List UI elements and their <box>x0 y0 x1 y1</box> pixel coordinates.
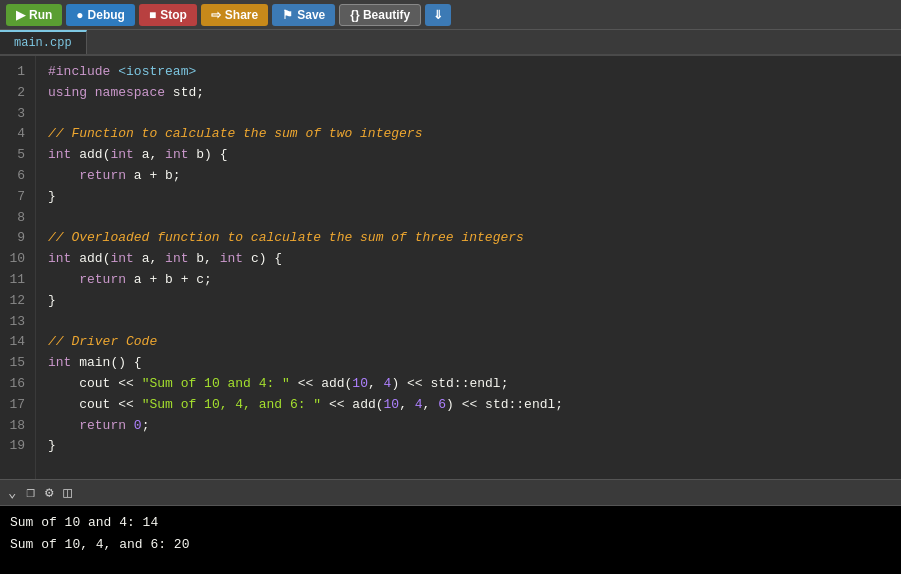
expand-icon[interactable]: ❒ <box>26 484 34 501</box>
bottom-panel: ⌄ ❒ ⚙ ◫ Sum of 10 and 4: 14 Sum of 10, 4… <box>0 479 901 574</box>
save-button[interactable]: ⚑ Save <box>272 4 335 26</box>
debug-label: Debug <box>88 8 125 22</box>
terminal-line-1: Sum of 10 and 4: 14 <box>10 512 891 534</box>
share-label: Share <box>225 8 258 22</box>
chevron-down-icon[interactable]: ⌄ <box>8 484 16 501</box>
download-button[interactable]: ⇓ <box>425 4 451 26</box>
beautify-label: {} Beautify <box>350 8 410 22</box>
tab-main-cpp[interactable]: main.cpp <box>0 30 87 54</box>
stop-label: Stop <box>160 8 187 22</box>
run-button[interactable]: ▶ Run <box>6 4 62 26</box>
debug-icon: ● <box>76 8 83 22</box>
editor[interactable]: 12345 678910 1112131415 16171819 #includ… <box>0 56 901 479</box>
terminal: Sum of 10 and 4: 14 Sum of 10, 4, and 6:… <box>0 506 901 574</box>
download-icon: ⇓ <box>433 8 443 22</box>
terminal-line-2: Sum of 10, 4, and 6: 20 <box>10 534 891 556</box>
tab-bar: main.cpp <box>0 30 901 56</box>
code-area[interactable]: #include <iostream> using namespace std;… <box>36 56 901 479</box>
save-icon: ⚑ <box>282 8 293 22</box>
beautify-button[interactable]: {} Beautify <box>339 4 421 26</box>
terminal-icon[interactable]: ◫ <box>63 484 71 501</box>
tab-filename: main.cpp <box>14 36 72 50</box>
run-icon: ▶ <box>16 8 25 22</box>
share-icon: ⇨ <box>211 8 221 22</box>
save-label: Save <box>297 8 325 22</box>
stop-button[interactable]: ■ Stop <box>139 4 197 26</box>
run-label: Run <box>29 8 52 22</box>
settings-icon[interactable]: ⚙ <box>45 484 53 501</box>
line-numbers: 12345 678910 1112131415 16171819 <box>0 56 36 479</box>
share-button[interactable]: ⇨ Share <box>201 4 268 26</box>
bottom-toolbar: ⌄ ❒ ⚙ ◫ <box>0 480 901 506</box>
toolbar: ▶ Run ● Debug ■ Stop ⇨ Share ⚑ Save {} B… <box>0 0 901 30</box>
debug-button[interactable]: ● Debug <box>66 4 135 26</box>
stop-icon: ■ <box>149 8 156 22</box>
